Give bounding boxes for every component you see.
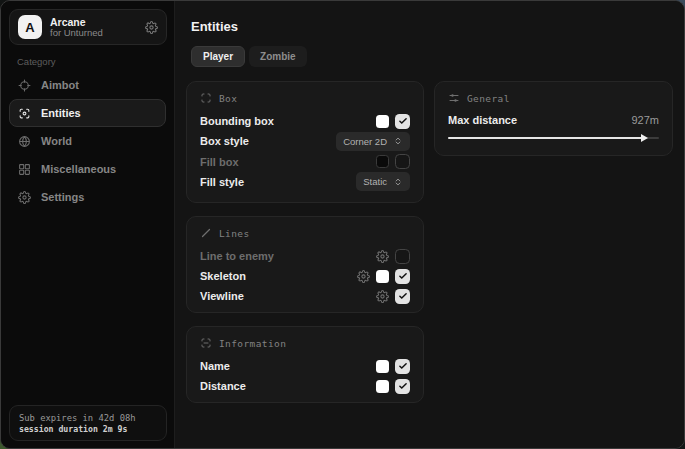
main-content: Entities Player Zombie Box Bounding box … bbox=[175, 1, 684, 448]
sub-expires-text: Sub expires in 42d 08h bbox=[19, 413, 157, 423]
sidebar-item-world[interactable]: World bbox=[9, 127, 166, 155]
tab-bar: Player Zombie bbox=[191, 46, 307, 67]
max-distance-value: 927m bbox=[631, 114, 659, 126]
panel-information: Information Name Distance bbox=[186, 326, 424, 403]
sidebar-item-miscellaneous[interactable]: Miscellaneous bbox=[9, 155, 166, 183]
color-swatch[interactable] bbox=[376, 115, 389, 128]
box-style-dropdown[interactable]: Corner 2D bbox=[336, 132, 410, 151]
chevrons-up-down-icon bbox=[393, 177, 403, 187]
color-swatch[interactable] bbox=[376, 270, 389, 283]
panel-title: General bbox=[467, 93, 510, 104]
diagonal-line-icon bbox=[200, 227, 212, 239]
setting-label: Skeleton bbox=[200, 270, 246, 282]
sidebar-item-label: Settings bbox=[41, 191, 84, 203]
fill-style-dropdown[interactable]: Static bbox=[356, 172, 410, 191]
page-title: Entities bbox=[191, 19, 238, 34]
checkbox-unchecked[interactable] bbox=[395, 249, 410, 264]
checkbox-checked[interactable] bbox=[395, 269, 410, 284]
chevrons-up-down-icon bbox=[393, 136, 403, 146]
setting-row-fill-style: Fill style Static bbox=[200, 172, 410, 192]
brand-subtitle: for Unturned bbox=[50, 28, 137, 39]
setting-row-max-distance: Max distance 927m bbox=[448, 114, 659, 126]
session-duration-text: session duration 2m 9s bbox=[19, 424, 157, 434]
brand-logo: A bbox=[18, 15, 42, 39]
sidebar: A Arcane for Unturned Category Aimbot En… bbox=[1, 1, 175, 448]
panel-lines-header: Lines bbox=[200, 227, 410, 239]
setting-row-box-style: Box style Corner 2D bbox=[200, 131, 410, 151]
brand-card: A Arcane for Unturned bbox=[9, 9, 167, 45]
setting-label: Name bbox=[200, 360, 230, 372]
dropdown-value: Corner 2D bbox=[343, 136, 387, 147]
setting-label: Max distance bbox=[448, 114, 517, 126]
category-label: Category bbox=[17, 56, 56, 67]
panel-general-header: General bbox=[448, 92, 659, 104]
box-corners-icon bbox=[200, 92, 212, 104]
brand-initial: A bbox=[25, 20, 34, 35]
sidebar-nav: Aimbot Entities World Miscellaneous Sett… bbox=[9, 71, 166, 211]
crosshair-icon bbox=[18, 79, 31, 92]
brand-name: Arcane bbox=[50, 16, 137, 28]
sidebar-item-label: Miscellaneous bbox=[41, 163, 116, 175]
panel-general: General Max distance 927m bbox=[434, 81, 673, 156]
globe-icon bbox=[18, 135, 31, 148]
setting-label: Viewline bbox=[200, 290, 244, 302]
tab-zombie[interactable]: Zombie bbox=[249, 46, 307, 67]
setting-label: Fill style bbox=[200, 176, 244, 188]
sidebar-item-entities[interactable]: Entities bbox=[9, 99, 166, 127]
checkbox-checked[interactable] bbox=[395, 114, 410, 129]
panel-title: Box bbox=[219, 93, 237, 104]
slider-fill[interactable] bbox=[448, 137, 642, 139]
color-swatch[interactable] bbox=[376, 360, 389, 373]
setting-row-bounding-box: Bounding box bbox=[200, 111, 410, 131]
color-swatch[interactable] bbox=[376, 380, 389, 393]
sliders-icon bbox=[448, 92, 460, 104]
setting-label: Line to enemy bbox=[200, 250, 274, 262]
setting-label: Distance bbox=[200, 380, 246, 392]
gear-icon[interactable] bbox=[376, 290, 389, 303]
setting-row-name: Name bbox=[200, 356, 410, 376]
sidebar-item-aimbot[interactable]: Aimbot bbox=[9, 71, 166, 99]
sidebar-item-label: Aimbot bbox=[41, 79, 79, 91]
setting-label: Fill box bbox=[200, 156, 239, 168]
color-swatch[interactable] bbox=[376, 155, 389, 168]
gear-icon bbox=[18, 191, 31, 204]
setting-row-line-to-enemy: Line to enemy bbox=[200, 246, 410, 266]
sidebar-item-label: World bbox=[41, 135, 72, 147]
panel-title: Lines bbox=[219, 228, 250, 239]
panel-box-header: Box bbox=[200, 92, 410, 104]
gear-icon[interactable] bbox=[376, 250, 389, 263]
checkbox-checked[interactable] bbox=[395, 289, 410, 304]
checkbox-checked[interactable] bbox=[395, 359, 410, 374]
checkbox-checked[interactable] bbox=[395, 379, 410, 394]
setting-row-distance: Distance bbox=[200, 376, 410, 396]
app-window: A Arcane for Unturned Category Aimbot En… bbox=[0, 0, 685, 449]
setting-label: Box style bbox=[200, 135, 249, 147]
setting-row-viewline: Viewline bbox=[200, 286, 410, 306]
checkbox-unchecked[interactable] bbox=[395, 154, 410, 169]
panel-box: Box Bounding box Box style Corner 2D bbox=[186, 81, 424, 203]
panel-title: Information bbox=[219, 338, 286, 349]
brand-text: Arcane for Unturned bbox=[50, 16, 137, 39]
setting-row-skeleton: Skeleton bbox=[200, 266, 410, 286]
panel-information-header: Information bbox=[200, 337, 410, 349]
scan-text-icon bbox=[200, 337, 212, 349]
dropdown-value: Static bbox=[363, 176, 387, 187]
grid-icon bbox=[18, 163, 31, 176]
scan-icon bbox=[18, 107, 31, 120]
panel-lines: Lines Line to enemy Skeleton Viewline bbox=[186, 216, 424, 313]
setting-label: Bounding box bbox=[200, 115, 274, 127]
max-distance-slider[interactable] bbox=[448, 137, 659, 139]
gear-icon[interactable] bbox=[145, 21, 158, 34]
sidebar-item-settings[interactable]: Settings bbox=[9, 183, 166, 211]
subscription-status-card: Sub expires in 42d 08h session duration … bbox=[9, 405, 167, 441]
setting-row-fill-box: Fill box bbox=[200, 152, 410, 172]
tab-player[interactable]: Player bbox=[191, 46, 245, 67]
gear-icon[interactable] bbox=[357, 270, 370, 283]
sidebar-item-label: Entities bbox=[41, 107, 81, 119]
